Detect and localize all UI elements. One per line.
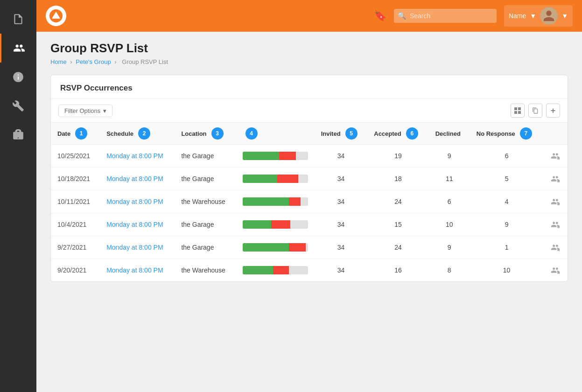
sidebar-item-tools[interactable] [0, 91, 36, 120]
table-row: 9/20/2021 Monday at 8:00 PM the Warehous… [51, 259, 568, 282]
svg-text:+: + [558, 273, 559, 274]
col-num-1: 1 [75, 127, 87, 140]
table-row: 9/27/2021 Monday at 8:00 PM the Garage 3… [51, 236, 568, 259]
cell-chart [236, 236, 315, 259]
sidebar-item-users[interactable] [0, 34, 36, 63]
breadcrumb-home[interactable]: Home [50, 58, 67, 65]
filter-label: Filter Options [64, 107, 100, 114]
cell-accepted: 15 [367, 213, 428, 236]
cell-chart [236, 190, 315, 213]
bookmark-icon[interactable]: 🔖 [374, 10, 386, 22]
svg-text:+: + [558, 181, 559, 183]
table-header-row: Date 1 Schedule 2 Locati [51, 123, 568, 145]
cell-schedule[interactable]: Monday at 8:00 PM [100, 259, 175, 282]
cell-location: the Warehouse [175, 259, 236, 282]
cell-schedule[interactable]: Monday at 8:00 PM [100, 168, 175, 190]
cell-declined: 6 [429, 190, 470, 213]
th-accepted: Accepted 6 [367, 123, 428, 145]
cell-chart [236, 145, 315, 168]
cell-location: the Garage [175, 236, 236, 259]
sidebar-item-documents[interactable] [0, 5, 36, 34]
col-num-4: 4 [245, 127, 258, 140]
cell-action[interactable]: + [543, 236, 568, 259]
action-icon[interactable]: + [550, 197, 561, 206]
cell-date: 10/4/2021 [51, 213, 100, 236]
breadcrumb-sep-2: › [114, 58, 118, 65]
cell-chart [236, 168, 315, 190]
table-row: 10/25/2021 Monday at 8:00 PM the Garage … [51, 145, 568, 168]
cell-declined: 8 [429, 259, 470, 282]
cell-declined: 11 [429, 168, 470, 190]
cell-invited: 34 [315, 190, 368, 213]
table-row: 10/4/2021 Monday at 8:00 PM the Garage 3… [51, 213, 568, 236]
search-wrap: 🔍 [394, 9, 497, 23]
action-icon[interactable]: + [550, 220, 561, 229]
cell-action[interactable]: + [543, 168, 568, 190]
action-icon[interactable]: + [550, 266, 561, 275]
th-declined: Declined [429, 123, 470, 145]
cell-schedule[interactable]: Monday at 8:00 PM [100, 213, 175, 236]
svg-rect-3 [514, 107, 517, 110]
cell-invited: 34 [315, 213, 368, 236]
th-chart: 4 [236, 123, 315, 145]
cell-accepted: 24 [367, 190, 428, 213]
action-icon[interactable]: + [550, 174, 561, 183]
svg-rect-4 [518, 107, 521, 110]
table-row: 10/11/2021 Monday at 8:00 PM the Warehou… [51, 190, 568, 213]
breadcrumb: Home › Pete's Group › Group RSVP List [50, 58, 568, 65]
svg-text:+: + [558, 158, 559, 160]
cell-invited: 34 [315, 145, 368, 168]
topnav: 🔖 🔍 Name ▼ ▼ [36, 0, 582, 32]
cell-schedule[interactable]: Monday at 8:00 PM [100, 190, 175, 213]
cell-accepted: 16 [367, 259, 428, 282]
cell-date: 9/20/2021 [51, 259, 100, 282]
cell-declined: 9 [429, 145, 470, 168]
cell-schedule[interactable]: Monday at 8:00 PM [100, 145, 175, 168]
user-dropdown-icon: ▼ [530, 12, 536, 20]
filter-options-button[interactable]: Filter Options ▾ [58, 105, 112, 117]
filter-bar: Filter Options ▾ + [51, 99, 568, 123]
table-row: 10/18/2021 Monday at 8:00 PM the Garage … [51, 168, 568, 190]
cell-date: 10/18/2021 [51, 168, 100, 190]
sidebar-item-briefcase[interactable] [0, 120, 36, 149]
rsvp-card: RSVP Occurrences Filter Options ▾ + [50, 75, 568, 282]
cell-schedule[interactable]: Monday at 8:00 PM [100, 236, 175, 259]
th-date: Date 1 [51, 123, 100, 145]
action-icon[interactable]: + [550, 243, 561, 252]
cell-noresponse: 10 [470, 259, 544, 282]
breadcrumb-group[interactable]: Pete's Group [76, 58, 111, 65]
th-invited: Invited 5 [315, 123, 368, 145]
search-input[interactable] [394, 9, 497, 23]
cell-action[interactable]: + [543, 213, 568, 236]
cell-action[interactable]: + [543, 145, 568, 168]
add-button[interactable]: + [546, 104, 560, 118]
cell-noresponse: 9 [470, 213, 544, 236]
main-area: 🔖 🔍 Name ▼ ▼ Group RSVP List Home › Pete… [36, 0, 582, 392]
table-body: 10/25/2021 Monday at 8:00 PM the Garage … [51, 145, 568, 282]
svg-text:+: + [558, 204, 559, 206]
copy-button[interactable] [528, 104, 542, 118]
rsvp-table: Date 1 Schedule 2 Locati [51, 123, 568, 281]
content-area: Group RSVP List Home › Pete's Group › Gr… [36, 32, 582, 392]
action-icon[interactable]: + [550, 151, 561, 161]
cell-location: the Garage [175, 168, 236, 190]
cell-invited: 34 [315, 168, 368, 190]
cell-noresponse: 4 [470, 190, 544, 213]
page-title: Group RSVP List [50, 41, 568, 56]
cell-location: the Garage [175, 145, 236, 168]
cell-declined: 9 [429, 236, 470, 259]
cell-location: the Warehouse [175, 190, 236, 213]
filter-chevron-icon: ▾ [103, 107, 106, 114]
th-schedule: Schedule 2 [100, 123, 175, 145]
cell-chart [236, 213, 315, 236]
cell-action[interactable]: + [543, 190, 568, 213]
th-noresponse: No Response 7 [470, 123, 544, 145]
cell-noresponse: 1 [470, 236, 544, 259]
cell-action[interactable]: + [543, 259, 568, 282]
breadcrumb-current: Group RSVP List [122, 58, 168, 65]
col-num-3: 3 [211, 127, 224, 140]
user-menu[interactable]: Name ▼ ▼ [504, 5, 573, 27]
app-logo[interactable] [46, 6, 66, 26]
grid-view-button[interactable] [511, 104, 525, 118]
sidebar-item-payment[interactable] [0, 63, 36, 91]
